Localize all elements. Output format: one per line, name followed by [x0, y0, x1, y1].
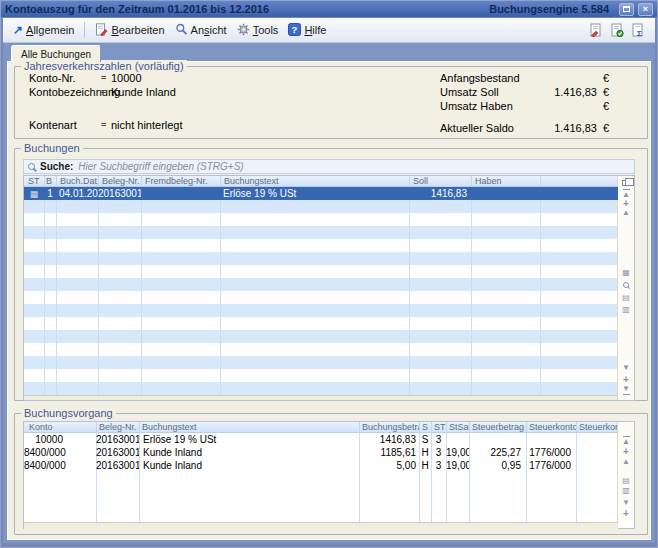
cell-soll: 1416,83	[409, 187, 471, 200]
col-header-steuerbetrag[interactable]: Steuerbetrag	[469, 422, 526, 433]
cell-belegnr: 20163001	[96, 446, 139, 459]
scroll-last-icon[interactable]: ▼	[618, 385, 634, 395]
col-header-stsatz[interactable]: StSatz	[446, 422, 469, 433]
toolbar-right-actions: Σ	[589, 23, 649, 37]
cell-buchungstext: Erlöse 19 % USt	[220, 187, 409, 200]
column-view-icon[interactable]: ▥	[618, 487, 634, 495]
unit-euro: €	[603, 122, 609, 134]
col-header-buchungstext[interactable]: Buchungstext	[139, 422, 359, 433]
col-header-steuerkonto1[interactable]: Steuerkonto 1	[526, 422, 576, 433]
field-label-anfangsbestand: Anfangsbestand	[440, 72, 520, 84]
cell-steuerkonto1: 1776/000	[526, 446, 576, 459]
col-header-soll[interactable]: Soll	[409, 176, 471, 187]
search-icon	[28, 163, 35, 170]
close-button[interactable]: ×	[638, 3, 653, 16]
menu-tools[interactable]: Tools	[233, 21, 283, 40]
col-header-b[interactable]: B	[44, 176, 56, 187]
table-bottom-strip	[24, 395, 618, 400]
zoom-row-icon[interactable]	[623, 282, 629, 288]
table-row[interactable]: ▦ 1 04.01.2016 20163001 Erlöse 19 % USt …	[24, 187, 618, 200]
col-header-st[interactable]: ST	[24, 176, 44, 187]
column-view-icon[interactable]: ▥	[618, 306, 634, 314]
confirm-doc-button[interactable]	[610, 23, 624, 37]
menu-bearbeiten[interactable]: Bearbeiten	[91, 21, 168, 40]
cell-st: 3	[431, 446, 446, 459]
menu-hilfe[interactable]: ? Hilfe	[284, 21, 330, 40]
table-row[interactable]: 10000 20163001 Erlöse 19 % USt 1416,83 S…	[24, 433, 618, 446]
scroll-first-icon[interactable]: ▲	[618, 436, 634, 446]
scroll-page-down-icon[interactable]: +	[618, 375, 634, 384]
scroll-page-up-icon[interactable]: +	[618, 447, 634, 456]
cell-buchungsbetrag: 1416,83	[359, 433, 419, 446]
row-view-icon[interactable]: ▤	[618, 294, 634, 302]
doc-red-icon	[589, 25, 603, 40]
buchungen-table-header: ST B Buch.Dat. Beleg-Nr. Fremdbeleg-Nr. …	[24, 176, 618, 187]
group-buchungsvorgang: Buchungsvorgang Konto Beleg-Nr. Buchungs…	[14, 413, 648, 535]
cell-konto: 10000	[24, 433, 96, 446]
cell-buchdat: 04.01.2016	[56, 187, 98, 200]
menu-ansicht[interactable]: Ansicht	[171, 21, 231, 40]
cell-buchungstext: Kunde Inland	[139, 446, 359, 459]
scroll-down-icon[interactable]: ▼	[618, 364, 634, 372]
col-header-buchdat[interactable]: Buch.Dat.	[56, 176, 98, 187]
table-row[interactable]: 8400/000 20163001 Kunde Inland 1185,61 H…	[24, 446, 618, 459]
col-header-steuerkonto2[interactable]: Steuerkonto 2	[576, 422, 618, 433]
menu-toolbar: ↗ Allgemein Bearbeiten Ansicht Tools ?	[3, 18, 655, 43]
scroll-page-down-icon[interactable]: +	[618, 509, 634, 518]
main-panel: Jahresverkehrszahlen (vorläufig) Konto-N…	[7, 61, 651, 540]
row-grid-icon: ▦	[24, 187, 44, 200]
scroll-down-icon[interactable]: ▼	[618, 499, 634, 507]
table-row[interactable]: 8400/000 20163001 Kunde Inland 5,00 H 3 …	[24, 459, 618, 472]
menu-allgemein[interactable]: ↗ Allgemein	[9, 22, 78, 38]
col-header-belegnr[interactable]: Beleg-Nr.	[96, 422, 139, 433]
copy-icon[interactable]	[622, 180, 629, 186]
field-label-umsatz-haben: Umsatz Haben	[440, 100, 513, 112]
scroll-up-icon[interactable]: ▲	[618, 458, 634, 466]
toolbar-separator	[84, 22, 85, 38]
tab-alle-buchungen[interactable]: Alle Buchungen	[11, 45, 101, 62]
col-header-st[interactable]: ST	[431, 422, 446, 433]
scroll-up-icon[interactable]: ▲	[618, 209, 634, 217]
field-marker: =	[101, 121, 106, 130]
col-header-s[interactable]: S	[419, 422, 431, 433]
buchungsvorgang-table-header: Konto Beleg-Nr. Buchungstext Buchungsbet…	[24, 422, 618, 433]
col-header-konto[interactable]: Konto	[24, 422, 96, 433]
search-input[interactable]: Hier Suchbegriff eingeben (STRG+S)	[78, 161, 243, 172]
scroll-page-up-icon[interactable]: +	[618, 199, 634, 208]
table-bottom-strip[interactable]	[24, 522, 618, 529]
menu-hilfe-label: Hilfe	[304, 24, 326, 36]
cell-belegnr: 20163001	[98, 187, 141, 200]
cell-fremdbelegnr	[141, 187, 220, 200]
app-window: Kontoauszug für den Zeitraum 01.2016 bis…	[0, 0, 658, 548]
menu-allgemein-label: Allgemein	[26, 24, 74, 36]
cell-belegnr: 20163001	[96, 433, 139, 446]
cell-steuerkonto2	[576, 446, 618, 459]
report-edit-button[interactable]	[589, 23, 603, 37]
restore-button[interactable]	[619, 3, 634, 16]
col-header-fremdbelegnr[interactable]: Fremdbeleg-Nr.	[141, 176, 220, 187]
buchungsvorgang-table: Konto Beleg-Nr. Buchungstext Buchungsbet…	[23, 421, 635, 529]
unit-euro: €	[603, 100, 609, 112]
field-marker: =	[101, 88, 106, 97]
search-bar[interactable]: Suche: Hier Suchbegriff eingeben (STRG+S…	[23, 159, 635, 174]
window-controls: Buchungsengine 5.584 ×	[489, 3, 653, 16]
col-header-buchungsbetrag[interactable]: Buchungsbetrag	[359, 422, 419, 433]
magnifier-icon	[175, 23, 188, 38]
grid-view-icon[interactable]: ▦	[618, 269, 634, 277]
content-area: Alle Buchungen Jahresverkehrszahlen (vor…	[3, 43, 655, 543]
doc-sum-icon: Σ	[631, 25, 645, 40]
engine-version-label: Buchungsengine 5.584	[489, 3, 609, 15]
col-header-haben[interactable]: Haben	[471, 176, 540, 187]
empty-rows-area[interactable]	[24, 200, 618, 395]
sum-doc-button[interactable]: Σ	[631, 23, 645, 37]
row-view-icon[interactable]: ▤	[618, 477, 634, 485]
title-bar[interactable]: Kontoauszug für den Zeitraum 01.2016 bis…	[1, 1, 657, 17]
field-value-aktueller-saldo: 1.416,83	[465, 122, 597, 134]
cell-konto: 8400/000	[24, 459, 96, 472]
field-label-kontobezeichnung: Kontobezeichnung	[29, 86, 120, 98]
col-header-belegnr[interactable]: Beleg-Nr.	[98, 176, 141, 187]
cell-buchungsbetrag: 5,00	[359, 459, 419, 472]
cell-buchungstext: Erlöse 19 % USt	[139, 433, 359, 446]
col-header-buchungstext[interactable]: Buchungstext	[220, 176, 409, 187]
cell-steuerbetrag: 0,95	[469, 459, 526, 472]
